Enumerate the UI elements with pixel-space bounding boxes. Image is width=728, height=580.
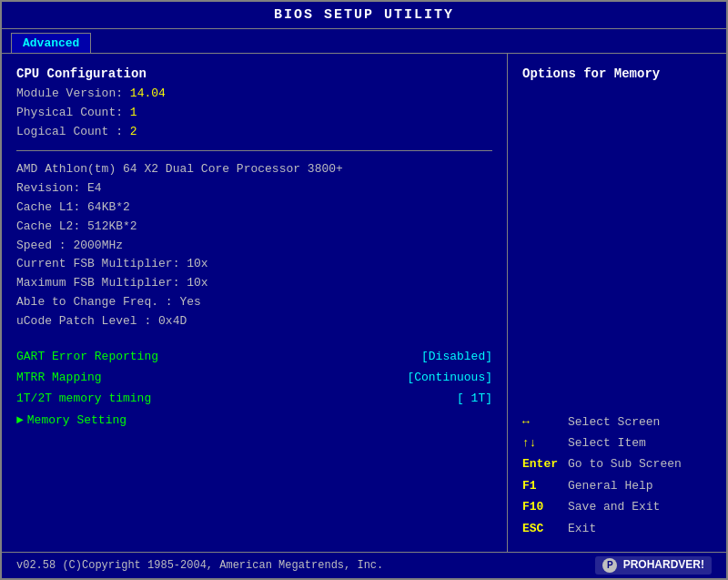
help-section: ↔ Select Screen ↑↓ Select Item Enter Go … [522, 402, 712, 539]
cpu-config-title: CPU Configuration [16, 66, 492, 81]
max-fsb-line: Maximum FSB Multiplier: 10x [16, 274, 492, 293]
memory-setting-row[interactable]: ► Memory Setting [16, 410, 492, 431]
left-panel: CPU Configuration Module Version: 14.04 … [2, 54, 508, 552]
logical-count-line: Logical Count : 2 [16, 123, 492, 142]
help-desc-f1: General Help [568, 475, 653, 496]
help-row-f10: F10 Save and Exit [522, 496, 712, 517]
help-key-enter: Enter [522, 453, 568, 474]
help-desc-enter: Go to Sub Screen [568, 453, 682, 474]
footer-text: v02.58 (C)Copyright 1985-2004, American … [16, 559, 383, 572]
gart-error-row[interactable]: GART Error Reporting [Disabled] [16, 346, 492, 367]
revision-line: Revision: E4 [16, 179, 492, 198]
title-bar: BIOS SETUP UTILITY [2, 2, 726, 29]
main-content: CPU Configuration Module Version: 14.04 … [2, 54, 726, 552]
help-desc-select-screen: Select Screen [568, 412, 660, 432]
speed-line: Speed : 2000MHz [16, 237, 492, 256]
help-key-f1: F1 [522, 475, 568, 496]
watermark-icon: P [602, 558, 617, 573]
footer: v02.58 (C)Copyright 1985-2004, American … [2, 552, 726, 578]
physical-count-line: Physical Count: 1 [16, 104, 492, 123]
help-key-f10: F10 [522, 496, 568, 517]
help-row-esc: ESC Exit [522, 518, 712, 539]
ucode-patch-line: uCode Patch Level : 0x4D [16, 312, 492, 331]
tab-bar: Advanced [2, 29, 726, 54]
settings-section: GART Error Reporting [Disabled] MTRR Map… [16, 346, 492, 432]
bios-title: BIOS SETUP UTILITY [274, 7, 454, 23]
options-title: Options for Memory [522, 66, 712, 81]
watermark-label: PROHARDVER! [623, 558, 704, 571]
help-row-enter: Enter Go to Sub Screen [522, 453, 712, 474]
memory-setting-label: Memory Setting [27, 410, 126, 431]
memory-timing-row[interactable]: 1T/2T memory timing [ 1T] [16, 388, 492, 409]
mtrr-mapping-row[interactable]: MTRR Mapping [Continuous] [16, 367, 492, 388]
cpu-info: AMD Athlon(tm) 64 X2 Dual Core Processor… [16, 160, 492, 331]
arrow-icon: ► [16, 410, 24, 431]
tab-advanced[interactable]: Advanced [11, 33, 91, 53]
help-key-ud-arrows: ↑↓ [522, 432, 568, 453]
help-row-f1: F1 General Help [522, 475, 712, 496]
divider-1 [16, 150, 492, 151]
cache-l1-line: Cache L1: 64KB*2 [16, 198, 492, 218]
current-fsb-line: Current FSB Multiplier: 10x [16, 255, 492, 274]
bios-window: BIOS SETUP UTILITY Advanced CPU Configur… [0, 0, 728, 580]
help-desc-f10: Save and Exit [568, 496, 660, 517]
right-panel: Options for Memory ↔ Select Screen ↑↓ Se… [508, 54, 726, 552]
cpu-name: AMD Athlon(tm) 64 X2 Dual Core Processor… [16, 160, 492, 179]
help-key-arrows: ↔ [522, 412, 568, 432]
help-row-select-item: ↑↓ Select Item [522, 432, 712, 453]
watermark: P PROHARDVER! [595, 556, 712, 575]
help-row-select-screen: ↔ Select Screen [522, 412, 712, 432]
help-key-esc: ESC [522, 518, 568, 539]
help-desc-esc: Exit [568, 518, 596, 539]
module-version-line: Module Version: 14.04 [16, 85, 492, 104]
able-change-freq-line: Able to Change Freq. : Yes [16, 293, 492, 312]
cache-l2-line: Cache L2: 512KB*2 [16, 218, 492, 237]
help-desc-select-item: Select Item [568, 432, 646, 453]
